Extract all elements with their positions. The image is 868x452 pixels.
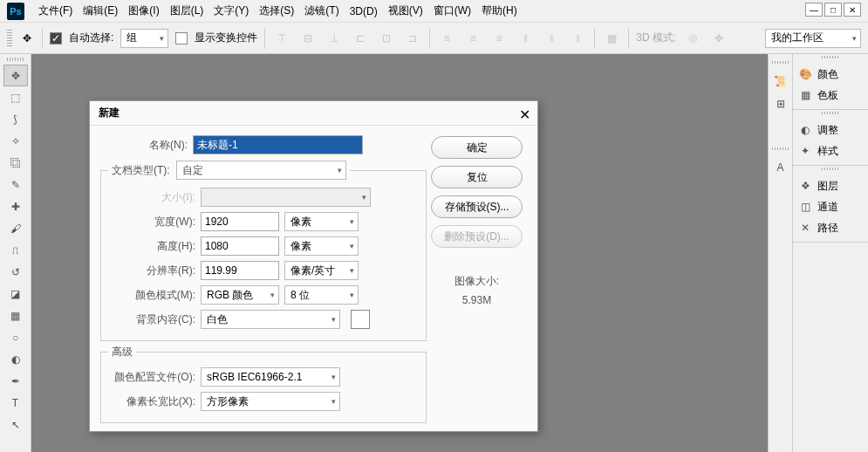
preset-dropdown[interactable]: 自定 [176,161,346,180]
profile-dropdown[interactable]: sRGB IEC61966-2.1 [201,367,340,387]
panel-grip[interactable] [772,147,789,150]
auto-align-icon[interactable]: ▦ [602,29,621,48]
brush-tool[interactable]: 🖌 [3,217,28,239]
move-tool[interactable]: ✥ [3,65,28,86]
properties-panel-icon[interactable]: ⊞ [774,97,788,111]
menu-type[interactable]: 文字(Y) [208,3,254,18]
advanced-fieldset: 高级 颜色配置文件(O): sRGB IEC61966-2.1 像素长宽比(X)… [100,345,427,423]
distribute-vcenter-icon[interactable]: ≡ [463,29,482,48]
menu-image[interactable]: 图像(I) [123,3,164,18]
swatches-panel-tab[interactable]: ▦色板 [793,85,868,106]
maximize-button[interactable]: □ [824,3,842,17]
background-color-swatch[interactable] [351,310,370,329]
divider [42,28,43,49]
aspect-dropdown[interactable]: 方形像素 [201,392,340,411]
crop-tool[interactable]: ⿻ [3,152,28,174]
height-input[interactable]: 1080 [201,236,279,256]
minimize-button[interactable]: — [805,3,823,17]
history-brush-tool[interactable]: ↺ [3,261,28,283]
resolution-input[interactable]: 119.99 [201,261,279,280]
save-preset-button[interactable]: 存储预设(S)... [431,195,523,218]
width-input[interactable]: 1920 [201,212,279,231]
marquee-tool[interactable]: ⬚ [3,86,28,108]
distribute-top-icon[interactable]: ≡ [437,29,456,48]
background-label: 背景内容(C): [108,312,195,327]
styles-panel-tab[interactable]: ✦样式 [793,140,868,161]
lasso-tool[interactable]: ⟆ [3,108,28,130]
orbit-3d-icon[interactable]: ◎ [683,29,702,48]
bit-depth-dropdown[interactable]: 8 位 [284,285,359,305]
size-dropdown [201,188,371,207]
color-mode-dropdown[interactable]: RGB 颜色 [201,285,279,305]
type-tool[interactable]: T [3,392,28,414]
toolbox-grip[interactable] [7,58,24,61]
close-button[interactable]: ✕ [844,3,861,17]
height-unit-dropdown[interactable]: 像素 [284,236,359,256]
resolution-label: 分辨率(R): [108,264,195,278]
cancel-button[interactable]: 复位 [431,166,523,188]
menu-select[interactable]: 选择(S) [254,3,299,18]
layers-label: 图层 [817,179,838,194]
resolution-unit-dropdown[interactable]: 像素/英寸 [284,261,359,280]
align-top-icon[interactable]: ⊤ [272,29,291,48]
stamp-tool[interactable]: ⎍ [3,239,28,261]
blur-tool[interactable]: ○ [3,326,28,348]
panel-grip[interactable] [772,61,789,64]
align-right-icon[interactable]: ⊐ [403,29,422,48]
pan-3d-icon[interactable]: ✥ [709,29,728,48]
align-left-icon[interactable]: ⊏ [351,29,370,48]
gradient-tool[interactable]: ▦ [3,305,28,326]
align-vcenter-icon[interactable]: ⊟ [298,29,318,48]
auto-select-checkbox[interactable]: ✓ [50,32,62,45]
align-hcenter-icon[interactable]: ⊡ [377,29,396,48]
delete-preset-button: 删除预设(D)... [431,225,523,248]
paths-panel-tab[interactable]: ✕路径 [793,217,868,238]
color-panel-tab[interactable]: 🎨颜色 [793,64,868,85]
distribute-left-icon[interactable]: ⦀ [516,29,535,48]
pen-tool[interactable]: ✒ [3,370,28,392]
name-input[interactable]: 未标题-1 [193,135,363,154]
path-select-tool[interactable]: ↖ [3,414,28,435]
adjustments-panel-tab[interactable]: ◐调整 [793,120,868,140]
width-unit-dropdown[interactable]: 像素 [284,212,359,231]
dialog-close-button[interactable]: ✕ [519,106,530,123]
eraser-tool[interactable]: ◪ [3,283,28,305]
channels-panel-tab[interactable]: ◫通道 [793,196,868,217]
auto-select-dropdown[interactable]: 组 [120,29,168,48]
workspace-dropdown[interactable]: 我的工作区 [765,29,861,48]
new-document-dialog: 新建 ✕ 名称(N): 未标题-1 文档类型(T): 自定 大小(I): 宽度(… [89,100,538,432]
show-transform-checkbox[interactable] [175,32,188,45]
profile-label: 颜色配置文件(O): [108,370,195,385]
panel-grip[interactable] [822,56,839,58]
grip-icon[interactable] [7,30,12,47]
distribute-right-icon[interactable]: ⦀ [568,29,587,48]
image-size-label: 图像大小: [455,272,499,291]
menu-3d[interactable]: 3D(D) [345,5,383,17]
distribute-hcenter-icon[interactable]: ⦀ [542,29,561,48]
panel-grip[interactable] [822,168,839,170]
distribute-bottom-icon[interactable]: ≡ [489,29,509,48]
dodge-tool[interactable]: ◐ [3,348,28,370]
menu-edit[interactable]: 编辑(E) [78,3,123,18]
menu-bar: Ps 文件(F) 编辑(E) 图像(I) 图层(L) 文字(Y) 选择(S) 滤… [0,0,868,23]
channels-icon: ◫ [798,200,812,214]
move-tool-icon: ✥ [19,31,35,46]
menu-help[interactable]: 帮助(H) [476,3,523,18]
magic-wand-tool[interactable]: ✧ [3,130,28,152]
menu-view[interactable]: 视图(V) [383,3,428,18]
menu-layer[interactable]: 图层(L) [165,3,209,18]
character-panel-icon[interactable]: A [774,161,788,175]
healing-tool[interactable]: ✚ [3,195,28,217]
menu-window[interactable]: 窗口(W) [428,3,476,18]
align-bottom-icon[interactable]: ⊥ [325,29,344,48]
channels-label: 通道 [817,200,838,215]
layers-panel-tab[interactable]: ❖图层 [793,175,868,196]
ok-button[interactable]: 确定 [431,136,523,159]
expanded-panels: 🎨颜色 ▦色板 ◐调整 ✦样式 ❖图层 ◫通道 ✕路径 [793,54,868,452]
history-panel-icon[interactable]: 📜 [774,74,788,88]
menu-filter[interactable]: 滤镜(T) [299,3,344,18]
menu-file[interactable]: 文件(F) [33,3,78,18]
panel-grip[interactable] [822,112,839,114]
background-dropdown[interactable]: 白色 [201,310,340,329]
eyedropper-tool[interactable]: ✎ [3,174,28,195]
